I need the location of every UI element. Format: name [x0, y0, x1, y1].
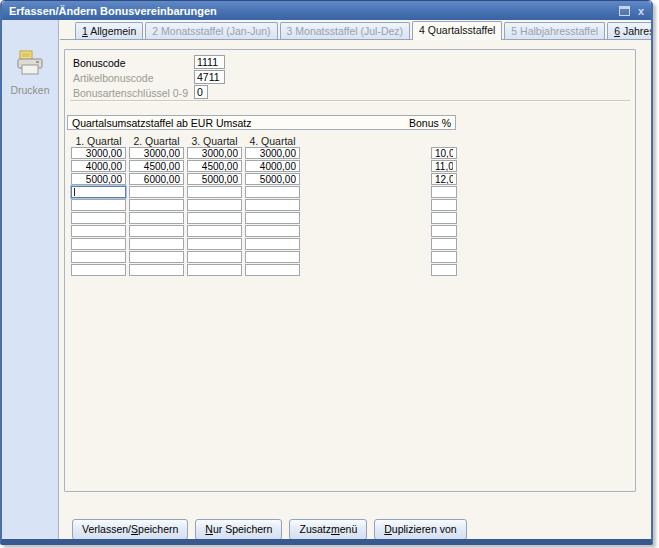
- window-title: Erfassen/Ändern Bonusvereinbarungen: [9, 5, 619, 17]
- verlassen-speichern-button[interactable]: Verlassen/Speichern: [72, 519, 188, 540]
- bonusarten-label: Bonusartenschlüssel 0-9: [73, 87, 188, 99]
- q3-cell-input[interactable]: [187, 225, 242, 237]
- tab-jahresstaffel[interactable]: 6 Jahresstaffel: [607, 22, 653, 39]
- q2-cell-input[interactable]: [129, 238, 184, 250]
- q1-cell-input[interactable]: [71, 173, 126, 185]
- separator-line: [70, 100, 630, 102]
- q3-cell-input[interactable]: [187, 212, 242, 224]
- q4-cell-input[interactable]: [245, 199, 300, 211]
- col-header-q3: 3. Quartal: [187, 135, 242, 147]
- main-area: Drucken 1 Allgemein 2 Monatsstaffel (Jan…: [2, 20, 651, 540]
- staffel-row: [71, 173, 457, 185]
- printer-icon[interactable]: [2, 50, 58, 80]
- staffel-row: [71, 238, 457, 250]
- q4-cell-input[interactable]: [245, 173, 300, 185]
- tab-page-quartalsstaffel: Bonuscode Artikelbonuscode Bonusartensch…: [60, 39, 653, 506]
- q1-cell-input[interactable]: [71, 147, 126, 159]
- q4-cell-input[interactable]: [245, 238, 300, 250]
- q4-cell-input[interactable]: [245, 251, 300, 263]
- staffel-row: [71, 225, 457, 237]
- tab-monatsstaffel-jan-jun[interactable]: 2 Monatsstaffel (Jan-Jun): [145, 22, 277, 39]
- staffel-row: [71, 264, 457, 276]
- q1-cell-input[interactable]: [71, 160, 126, 172]
- q1-cell-input-focused[interactable]: [71, 186, 126, 198]
- q3-cell-input[interactable]: [187, 186, 242, 198]
- q3-cell-input[interactable]: [187, 173, 242, 185]
- q2-cell-input[interactable]: [129, 199, 184, 211]
- q1-cell-input[interactable]: [71, 199, 126, 211]
- q1-cell-input[interactable]: [71, 212, 126, 224]
- q1-cell-input[interactable]: [71, 264, 126, 276]
- staffel-row: [71, 199, 457, 211]
- q3-cell-input[interactable]: [187, 160, 242, 172]
- bonuscode-label: Bonuscode: [73, 57, 126, 69]
- q4-cell-input[interactable]: [245, 264, 300, 276]
- q1-cell-input[interactable]: [71, 225, 126, 237]
- close-icon[interactable]: x: [638, 6, 644, 16]
- grid-gap: [303, 186, 431, 198]
- grid-gap: [303, 225, 431, 237]
- q2-cell-input[interactable]: [129, 147, 184, 159]
- grid-gap: [303, 251, 431, 263]
- q2-cell-input[interactable]: [129, 251, 184, 263]
- q4-cell-input[interactable]: [245, 212, 300, 224]
- q3-cell-input[interactable]: [187, 264, 242, 276]
- q1-cell-input[interactable]: [71, 238, 126, 250]
- q3-cell-input[interactable]: [187, 251, 242, 263]
- q2-cell-input[interactable]: [129, 212, 184, 224]
- quartalsstaffel-groupbox: Bonuscode Artikelbonuscode Bonusartensch…: [64, 49, 636, 492]
- tab-strip: 1 Allgemein 2 Monatsstaffel (Jan-Jun) 3 …: [75, 22, 653, 39]
- grid-gap: [303, 173, 431, 185]
- tab-allgemein[interactable]: 1 Allgemein: [75, 22, 143, 39]
- bonus-cell-input[interactable]: [431, 212, 457, 224]
- grid-gap: [303, 264, 431, 276]
- tab-quartalsstaffel[interactable]: 4 Quartalsstaffel: [412, 21, 502, 40]
- col-header-q4: 4. Quartal: [245, 135, 300, 147]
- grid-gap: [303, 160, 431, 172]
- bonusarten-input[interactable]: [194, 85, 208, 99]
- dialog-window: Erfassen/Ändern Bonusvereinbarungen x Dr…: [0, 0, 653, 545]
- bonus-cell-input[interactable]: [431, 225, 457, 237]
- bonuscode-row: Bonuscode: [73, 57, 126, 71]
- q3-cell-input[interactable]: [187, 238, 242, 250]
- staffel-row: [71, 251, 457, 263]
- q3-cell-input[interactable]: [187, 199, 242, 211]
- q4-cell-input[interactable]: [245, 186, 300, 198]
- duplizieren-von-button[interactable]: Duplizieren von: [374, 519, 466, 540]
- zusatzmenu-button[interactable]: Zusatzmenü: [289, 519, 367, 540]
- bonus-cell-input[interactable]: [431, 173, 457, 185]
- tab-monatsstaffel-jul-dez[interactable]: 3 Monatsstaffel (Jul-Dez): [280, 22, 411, 39]
- staffel-grid: [71, 147, 457, 277]
- bonus-cell-input[interactable]: [431, 264, 457, 276]
- q2-cell-input[interactable]: [129, 186, 184, 198]
- q4-cell-input[interactable]: [245, 160, 300, 172]
- restore-icon[interactable]: [619, 6, 630, 16]
- bonus-cell-input[interactable]: [431, 186, 457, 198]
- q2-cell-input[interactable]: [129, 173, 184, 185]
- tab-halbjahresstaffel[interactable]: 5 Halbjahresstaffel: [504, 22, 605, 39]
- grid-gap: [303, 212, 431, 224]
- content-area: 1 Allgemein 2 Monatsstaffel (Jan-Jun) 3 …: [59, 20, 653, 540]
- q3-cell-input[interactable]: [187, 147, 242, 159]
- q2-cell-input[interactable]: [129, 264, 184, 276]
- bonuscode-input[interactable]: [194, 55, 225, 69]
- artikelbonuscode-input[interactable]: [194, 70, 225, 84]
- q4-cell-input[interactable]: [245, 225, 300, 237]
- staffel-row: [71, 147, 457, 159]
- staffel-row: [71, 160, 457, 172]
- q2-cell-input[interactable]: [129, 225, 184, 237]
- grid-column-headers: 1. Quartal 2. Quartal 3. Quartal 4. Quar…: [71, 135, 303, 147]
- bonus-cell-input[interactable]: [431, 251, 457, 263]
- q4-cell-input[interactable]: [245, 147, 300, 159]
- grid-header-left-label: Quartalsumsatzstaffel ab EUR Umsatz: [72, 117, 409, 129]
- bonus-cell-input[interactable]: [431, 147, 457, 159]
- nur-speichern-button[interactable]: Nur Speichern: [195, 519, 282, 540]
- grid-gap: [303, 199, 431, 211]
- q2-cell-input[interactable]: [129, 160, 184, 172]
- bonus-cell-input[interactable]: [431, 238, 457, 250]
- text-caret: [74, 188, 75, 196]
- bonus-cell-input[interactable]: [431, 160, 457, 172]
- q1-cell-input[interactable]: [71, 251, 126, 263]
- grid-header-bar: Quartalsumsatzstaffel ab EUR Umsatz Bonu…: [67, 115, 456, 130]
- bonus-cell-input[interactable]: [431, 199, 457, 211]
